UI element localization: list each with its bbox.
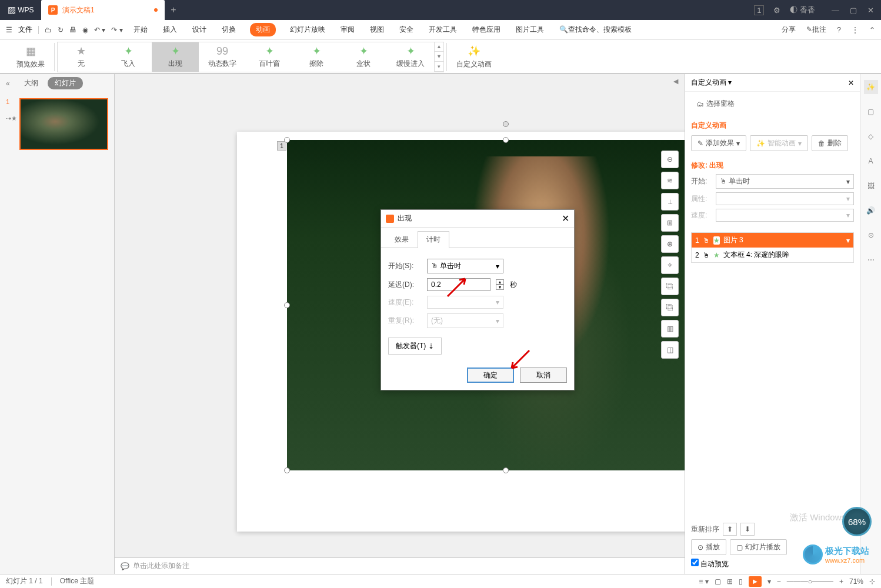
- search-commands[interactable]: 🔍查找命令、搜索模板: [558, 22, 633, 37]
- list-item[interactable]: 1🖱★图片 3▾: [692, 233, 853, 248]
- fit-icon[interactable]: ⊹: [869, 577, 875, 586]
- anim-flyin[interactable]: ✦飞入: [105, 42, 152, 72]
- collapse-panel-icon[interactable]: «: [6, 79, 10, 88]
- pattern-icon[interactable]: ◫: [661, 341, 679, 359]
- zoom-in-icon[interactable]: ⊕: [661, 235, 679, 253]
- anim-box[interactable]: ✦盒状: [340, 42, 387, 72]
- property-select: ▾: [716, 192, 854, 205]
- gift-icon[interactable]: ⚙: [773, 6, 780, 15]
- delete-button[interactable]: 🗑 删除: [812, 135, 848, 151]
- hash-icon[interactable]: ⊞: [661, 214, 679, 232]
- print-icon[interactable]: 🖶: [69, 26, 76, 34]
- tab-security[interactable]: 安全: [398, 22, 415, 37]
- dialog-close-icon[interactable]: ✕: [562, 213, 569, 224]
- annotate-button[interactable]: ✎批注: [806, 25, 826, 35]
- minimize-icon[interactable]: —: [832, 6, 839, 15]
- notes-area[interactable]: 💬 单击此处添加备注: [115, 557, 685, 574]
- redo-icon[interactable]: ↷ ▾: [111, 26, 122, 34]
- tab-animation[interactable]: 动画: [250, 23, 276, 36]
- settings-icon[interactable]: ⊙: [864, 228, 878, 242]
- gallery-scroll[interactable]: ▲▼▾: [434, 42, 443, 72]
- more-tools-icon[interactable]: ⋯: [864, 253, 878, 267]
- list-item[interactable]: 2🖱★文本框 4: 深邃的眼眸: [692, 248, 853, 262]
- tab-insert[interactable]: 插入: [162, 22, 178, 37]
- timing-tab[interactable]: 计时: [418, 231, 449, 248]
- zoom-level[interactable]: 71%: [849, 577, 863, 586]
- barcode-icon[interactable]: ▥: [661, 320, 679, 338]
- tab-special[interactable]: 特色应用: [471, 22, 502, 37]
- notes-icon: 💬: [121, 562, 129, 570]
- text-icon[interactable]: A: [864, 154, 878, 168]
- dialog-title: 出现: [398, 213, 412, 223]
- puzzle-icon[interactable]: ✧: [661, 256, 679, 274]
- close-pane-icon[interactable]: ✕: [848, 79, 854, 87]
- preview-effect-button[interactable]: ▦ 预览效果: [7, 40, 54, 74]
- tab-design[interactable]: 设计: [191, 22, 208, 37]
- close-icon[interactable]: ✕: [867, 6, 874, 15]
- zoom-out-icon[interactable]: ⊖: [661, 151, 679, 168]
- canvas-expand-icon[interactable]: ◄: [672, 76, 680, 86]
- tab-slideshow[interactable]: 幻灯片放映: [289, 22, 326, 37]
- share-button[interactable]: 分享: [782, 25, 796, 35]
- outline-tab[interactable]: 大纲: [19, 77, 43, 89]
- anim-dynamic-number[interactable]: 99动态数字: [199, 42, 246, 72]
- effect-tab[interactable]: 效果: [386, 231, 418, 248]
- slide-thumbnail[interactable]: [19, 98, 108, 150]
- custom-animation-button[interactable]: ✨ 自定义动画: [447, 40, 501, 74]
- collapse-ribbon-icon[interactable]: ⌃: [869, 26, 875, 34]
- anim-wipe[interactable]: ✦擦除: [293, 42, 340, 72]
- slideshow-icon[interactable]: ▶: [749, 576, 762, 587]
- add-effect-button[interactable]: ✎ 添加效果 ▾: [691, 135, 746, 151]
- delay-spinner[interactable]: ▲▼: [496, 279, 504, 290]
- user-avatar[interactable]: ◐ 香香: [790, 5, 815, 15]
- sorter-view-icon[interactable]: ⊞: [727, 577, 733, 586]
- menu-icon[interactable]: ☰: [6, 26, 12, 34]
- help-icon[interactable]: ?: [837, 26, 841, 34]
- move-up-button[interactable]: ⬆: [723, 523, 737, 536]
- printpreview-icon[interactable]: ◉: [82, 26, 88, 34]
- dialog-titlebar[interactable]: 出现 ✕: [381, 210, 574, 228]
- save-icon[interactable]: 🗀: [45, 26, 52, 34]
- select-pane-button[interactable]: 🗂 选择窗格: [691, 96, 740, 111]
- more-icon[interactable]: ⋮: [852, 26, 859, 34]
- tab-view[interactable]: 视图: [369, 22, 385, 37]
- tab-transition[interactable]: 切换: [221, 22, 237, 37]
- move-down-button[interactable]: ⬇: [740, 523, 755, 536]
- zoom-out-button[interactable]: −: [777, 577, 781, 586]
- layers-icon[interactable]: ≋: [661, 172, 679, 189]
- play-button[interactable]: ⊙ 播放: [691, 539, 726, 555]
- tab-start[interactable]: 开始: [132, 22, 149, 37]
- trigger-button[interactable]: 触发器(T) ⇣: [388, 338, 442, 355]
- speaker-icon[interactable]: 🔊: [864, 203, 878, 218]
- file-menu[interactable]: 文件: [18, 25, 32, 35]
- start-select[interactable]: 🖱 单击时▾: [716, 174, 854, 189]
- document-tab[interactable]: P 演示文稿1: [41, 0, 165, 20]
- normal-view-icon[interactable]: ▢: [715, 577, 721, 586]
- anim-appear[interactable]: ✦出现: [152, 42, 199, 72]
- notification-count[interactable]: 1: [754, 5, 764, 15]
- shape-icon[interactable]: ◇: [864, 129, 878, 143]
- smart-animation-button[interactable]: ✨智能动画 ▾: [750, 135, 808, 151]
- template-icon[interactable]: ▢: [864, 105, 878, 119]
- duplicate-icon[interactable]: ⿻: [661, 299, 679, 316]
- image-icon[interactable]: 🖼: [864, 179, 878, 193]
- anim-slow-enter[interactable]: ✦缓慢进入: [387, 42, 434, 72]
- anim-none[interactable]: ★无: [58, 42, 105, 72]
- reading-view-icon[interactable]: ▯: [739, 577, 743, 586]
- slideshow-button[interactable]: ▢ 幻灯片播放: [730, 539, 787, 555]
- magic-icon[interactable]: ✨: [864, 80, 878, 94]
- slides-tab[interactable]: 幻灯片: [48, 77, 83, 89]
- crop-icon[interactable]: ⟂: [661, 193, 679, 211]
- tab-devtools[interactable]: 开发工具: [428, 22, 458, 37]
- notes-toggle-icon[interactable]: ≡ ▾: [699, 577, 708, 586]
- zoom-in-button[interactable]: +: [839, 577, 843, 586]
- maximize-icon[interactable]: ▢: [850, 6, 857, 15]
- progress-badge: 68%: [842, 507, 872, 536]
- copy-icon[interactable]: ⿻: [661, 278, 679, 295]
- saveas-icon[interactable]: ↻: [58, 26, 64, 34]
- undo-icon[interactable]: ↶ ▾: [94, 26, 105, 34]
- tab-imagetools[interactable]: 图片工具: [515, 22, 545, 37]
- tab-review[interactable]: 审阅: [339, 22, 356, 37]
- add-tab-button[interactable]: +: [165, 0, 182, 20]
- anim-blinds[interactable]: ✦百叶窗: [246, 42, 293, 72]
